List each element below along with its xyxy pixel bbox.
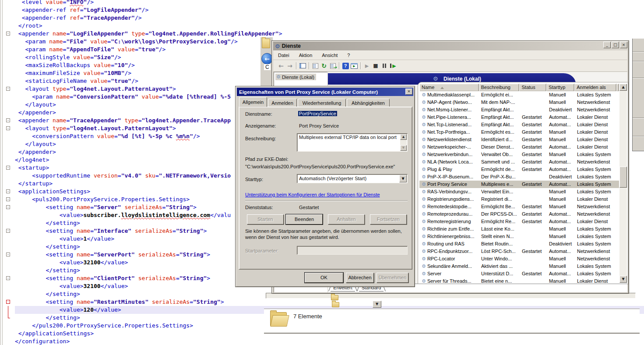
- textarea-scroll-up-icon[interactable]: ▲: [400, 134, 407, 140]
- menu-item-?[interactable]: ?: [342, 53, 355, 58]
- dialog-titlebar[interactable]: Eigenschaften von Port Proxy Service (Lo…: [237, 88, 413, 96]
- tree-item-dienste-lokal[interactable]: ⚙ Dienste (Lokal): [275, 74, 316, 80]
- minimize-icon[interactable]: _: [603, 42, 611, 48]
- service-row[interactable]: ⚙Routing und RASBietet Routin...Deaktivi…: [419, 240, 619, 248]
- restart-service-icon[interactable]: ▶: [389, 62, 398, 70]
- service-row[interactable]: ⚙Net.Tcp-Portfreiga...Ermöglicht es...Ge…: [419, 128, 619, 136]
- explorer-subfolder-icon2[interactable]: [332, 302, 339, 307]
- ok-button[interactable]: OK: [305, 273, 343, 283]
- fold-toggle-icon[interactable]: -: [6, 166, 10, 170]
- fold-toggle-icon[interactable]: -: [6, 32, 10, 36]
- start-service-icon[interactable]: ▶: [362, 62, 371, 70]
- service-gear-icon: ⚙: [422, 278, 426, 283]
- beenden-button[interactable]: Beenden: [286, 214, 323, 224]
- services-toolbar: ← → ↻ → ? ▶ ▶ ■ ▶: [273, 60, 627, 72]
- refresh-icon[interactable]: ↻: [320, 62, 328, 70]
- service-row[interactable]: ⚙Net.Msmq-Listener...Empfängt Akt...Deak…: [419, 106, 619, 114]
- service-row[interactable]: ⚙Net.Tcp-Listenerad...Empfängt Akt...Ges…: [419, 121, 619, 128]
- explorer-bottom-border: [264, 333, 640, 334]
- stop-service-icon[interactable]: ■: [371, 62, 380, 70]
- column-header-starttyp[interactable]: Starttyp: [546, 84, 574, 91]
- fold-toggle-icon[interactable]: -: [6, 189, 10, 193]
- menu-item-aktion[interactable]: Aktion: [294, 53, 317, 58]
- starttyp-combobox[interactable]: Automatisch (Verzögerter Start) ▼: [297, 174, 408, 183]
- service-row[interactable]: ⚙Remotedesktopdie...Ermöglicht Be...Gest…: [419, 203, 619, 210]
- fold-toggle-icon[interactable]: -: [6, 126, 10, 130]
- fold-toggle-icon[interactable]: -: [6, 300, 10, 304]
- scrollbar-thumb[interactable]: [619, 167, 627, 188]
- fold-toggle-icon[interactable]: -: [6, 118, 10, 122]
- textarea-scroll-down-icon[interactable]: ▼: [400, 145, 407, 151]
- service-cell: Lokales System: [575, 166, 617, 173]
- scroll-down-icon[interactable]: ▼: [619, 276, 627, 283]
- dienstname-value[interactable]: PortProxyService: [298, 111, 337, 116]
- service-row[interactable]: ⚙Plug & PlayErmöglicht de...GestartetAut…: [419, 166, 619, 173]
- service-row[interactable]: ⚙RemoteregistrierungErmöglicht Re...Gest…: [419, 218, 619, 225]
- back-icon[interactable]: ←: [277, 62, 285, 70]
- service-row[interactable]: ⚙Multimediaklassenpl...Ermöglicht ei...M…: [419, 91, 619, 99]
- dialog-tab-abhängigkeiten[interactable]: Abhängigkeiten: [347, 99, 390, 107]
- service-row[interactable]: ⚙Server für Threads...Bietet eine n...Ma…: [419, 277, 619, 283]
- service-cell: Lokales System: [575, 173, 617, 181]
- show-console-tree-icon[interactable]: [298, 62, 307, 70]
- service-row[interactable]: ⚙Port Proxy ServiceMultiplexes e...Gesta…: [419, 181, 619, 188]
- export-list-icon[interactable]: →: [328, 62, 337, 70]
- service-row[interactable]: ⚙RPC-Endpunktzuor...Löst RPC-Sch...Gesta…: [419, 248, 619, 255]
- combobox-dropdown-icon[interactable]: ▼: [399, 175, 407, 182]
- fold-gutter[interactable]: ------------: [3, 0, 15, 345]
- fold-toggle-icon[interactable]: -: [6, 253, 10, 256]
- explorer-subfolder-icon[interactable]: [331, 295, 338, 300]
- service-row[interactable]: ⚙RPC-LocatorUnter Windo...ManuellNetzwer…: [419, 255, 619, 263]
- service-row[interactable]: ⚙NLA (Network Loca...Sammelt und ...Gest…: [419, 158, 619, 166]
- forward-icon[interactable]: →: [285, 62, 294, 70]
- column-header-beschreibung[interactable]: Beschreibung: [479, 84, 520, 91]
- fold-toggle-icon[interactable]: -: [6, 229, 10, 233]
- fold-toggle-icon[interactable]: -: [6, 205, 10, 209]
- service-row[interactable]: ⚙Remoteprozedurau...Der RPCSS-Di...Gesta…: [419, 210, 619, 218]
- service-row[interactable]: ⚙Net.Pipe-Listenera...Empfängt Akt...Ges…: [419, 114, 619, 121]
- fold-toggle-icon[interactable]: -: [6, 197, 10, 201]
- dialog-tab-anmelden[interactable]: Anmelden: [268, 99, 297, 107]
- dialog-tab-wiederherstellung[interactable]: Wiederherstellung: [298, 99, 346, 107]
- close-icon[interactable]: ×: [620, 42, 627, 48]
- column-header-anmelden-als[interactable]: Anmelden als: [574, 84, 616, 91]
- service-row[interactable]: ⚙ServerUnterstützt D...GestartetAutomat.…: [419, 270, 619, 277]
- service-row[interactable]: ⚙NetzwerklistendienstIdentifiziert d...G…: [419, 136, 619, 143]
- pause-service-icon[interactable]: [380, 62, 389, 70]
- service-row[interactable]: ⚙Registrierungsdiens...Registriert di...…: [419, 196, 619, 203]
- services-titlebar[interactable]: ⚙ Dienste: [273, 42, 627, 50]
- service-cell: Netzwerkdienst: [575, 158, 617, 166]
- service-cell: ⚙Netzwerkverbindun...: [419, 151, 479, 158]
- service-row[interactable]: ⚙Richtlinie zum Entfe...Lässt eine Ko...…: [419, 225, 619, 233]
- service-row[interactable]: ⚙PnP-X-IP-Busenum...Der PnP-X-Bu...Deakt…: [419, 173, 619, 181]
- menu-item-ansicht[interactable]: Ansicht: [317, 53, 342, 58]
- explorer-dropdown-icon[interactable]: ▼: [373, 301, 381, 308]
- service-row[interactable]: ⚙Sekundäre Anmeld...Aktiviert das ...Man…: [419, 263, 619, 270]
- service-row[interactable]: ⚙Netzwerkverbindun...Verwaltet Ob...Gest…: [419, 151, 619, 158]
- column-header-status[interactable]: Status: [519, 84, 546, 91]
- service-row[interactable]: ⚙Richtlinienergebniss...Stellt einen N..…: [419, 233, 619, 240]
- fold-toggle-icon[interactable]: -: [6, 276, 10, 280]
- properties-icon[interactable]: [311, 62, 320, 70]
- service-cell: Netzwerkdienst: [575, 248, 617, 255]
- abbrechen-button[interactable]: Abbrechen: [346, 273, 374, 283]
- vertical-scrollbar[interactable]: ▲ ▼: [619, 84, 627, 283]
- property-window-icon[interactable]: ▶: [350, 62, 359, 70]
- column-header-name[interactable]: Name: [419, 84, 479, 91]
- fold-toggle-icon[interactable]: -: [6, 87, 10, 91]
- service-cell: Lokales System: [575, 263, 617, 270]
- service-row[interactable]: ⚙NAP-Agent (Netwo...Mit dem NAP-...Manue…: [419, 99, 619, 106]
- menu-item-datei[interactable]: Datei: [273, 53, 294, 58]
- dialog-close-icon[interactable]: ×: [405, 89, 412, 95]
- service-cell: ⚙NAP-Agent (Netwo...: [419, 99, 479, 106]
- scroll-up-icon[interactable]: ▲: [619, 84, 627, 91]
- help-icon[interactable]: ?: [341, 62, 350, 70]
- service-row[interactable]: ⚙Netzwerkspeicher-...Dieser Dienst...Ges…: [419, 143, 619, 151]
- dialog-tab-allgemein[interactable]: Allgemein: [239, 97, 267, 107]
- service-cell: ⚙Net.Pipe-Listenera...: [419, 114, 479, 121]
- beschreibung-textarea[interactable]: Multiplexes external TCP/IP data on loca…: [297, 133, 408, 152]
- startoptions-help-link[interactable]: Unterstützung beim Konfigurieren der Sta…: [245, 192, 380, 197]
- service-row[interactable]: ⚙RAS-Verbindungsv...Verwaltet Ein...Manu…: [419, 188, 619, 196]
- service-cell: [520, 225, 547, 233]
- maximize-icon[interactable]: □: [612, 42, 619, 48]
